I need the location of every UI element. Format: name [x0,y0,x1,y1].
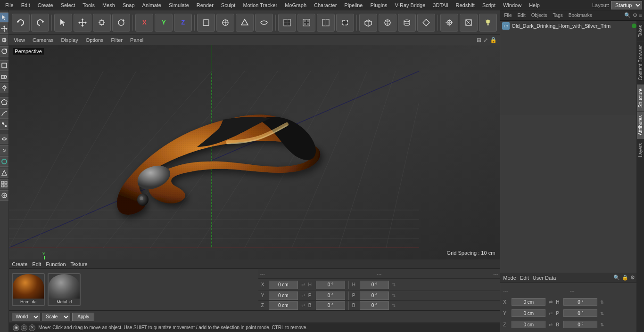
tool-rotate[interactable] [0,46,9,57]
attr-edit[interactable]: Edit [520,275,529,281]
axis-z-btn[interactable]: Z [174,14,192,32]
menu-3dtall[interactable]: 3DTAll [429,1,451,9]
render-region[interactable] [336,14,354,32]
b-rot-field[interactable] [316,301,345,310]
rp-tags[interactable]: Tags [551,12,565,19]
x-pos-field[interactable] [269,281,298,289]
sz-p-field[interactable] [360,292,389,300]
prim-cylinder[interactable] [398,14,416,32]
menu-window[interactable]: Window [500,1,525,9]
viewport-canvas[interactable]: X Y Z [9,45,500,259]
tool-spline[interactable] [0,108,9,119]
menu-create[interactable]: Create [34,1,57,9]
menu-vray[interactable]: V-Ray Bridge [392,1,429,9]
mat-menu-texture[interactable]: Texture [71,261,88,267]
menu-mesh[interactable]: Mesh [99,1,118,9]
render-view-2[interactable] [297,14,315,32]
attr-p-field[interactable] [563,309,597,317]
sz-h-field[interactable] [360,281,389,289]
menu-simulate[interactable]: Simulate [165,1,192,9]
menu-select[interactable]: Select [58,1,79,9]
rp-edit[interactable]: Edit [515,12,527,19]
z-pos-field[interactable] [269,301,298,310]
vp-menu-panel[interactable]: Panel [128,36,145,44]
tool-rotate-btn[interactable] [112,14,130,32]
tool-move[interactable] [0,24,9,34]
vtab-takes[interactable]: Takes [637,21,644,41]
rp-file[interactable]: File [502,12,513,19]
attr-search-icon[interactable]: 🔍 [613,275,620,281]
menu-motion-tracker[interactable]: Motion Tracker [239,1,281,9]
obj-type-4[interactable] [255,14,273,32]
prim-extra[interactable] [417,14,435,32]
menu-sculpt[interactable]: Sculpt [218,1,239,9]
material-swatch-horn[interactable]: Horn_da [12,273,45,306]
menu-character[interactable]: Character [311,1,340,9]
attr-x-field[interactable] [512,298,545,306]
menu-redshift[interactable]: Redshift [453,1,478,9]
menu-pipeline[interactable]: Pipeline [341,1,366,9]
vp-icon-arrows[interactable]: ⤢ [483,37,488,43]
material-swatch-metal[interactable]: Metal_d [48,273,81,306]
tool-extra1[interactable] [0,168,9,178]
vp-menu-cameras[interactable]: Cameras [31,36,56,44]
obj-type-1[interactable] [197,14,215,32]
vp-menu-display[interactable]: Display [59,36,80,44]
tool-deformer[interactable] [0,134,9,144]
tool-polygon[interactable] [0,97,9,107]
vtab-layers[interactable]: Layers [637,139,644,161]
vp-menu-view[interactable]: View [12,36,27,44]
tool-select[interactable] [0,12,9,23]
scale-dropdown[interactable]: Scale [42,313,70,321]
tool-scale[interactable] [0,35,9,45]
menu-mograph[interactable]: MoGraph [281,1,310,9]
obj-type-3[interactable] [236,14,254,32]
light-button[interactable] [479,14,497,32]
attr-settings-icon[interactable]: ⚙ [630,275,635,281]
menu-render[interactable]: Render [193,1,217,9]
redo-button[interactable] [31,14,49,32]
axis-y-btn[interactable]: Y [155,14,173,32]
status-circle-2[interactable]: □ [21,324,27,331]
tool-camera[interactable] [0,72,9,82]
obj-type-2[interactable] [216,14,234,32]
status-circle-3[interactable]: ✕ [29,324,35,331]
tool-extra3[interactable] [0,190,9,201]
menu-file[interactable]: File [2,1,17,9]
mat-menu-edit[interactable]: Edit [32,261,41,267]
menu-tools[interactable]: Tools [79,1,98,9]
world-dropdown[interactable]: World [12,313,40,321]
view-tool-1[interactable] [440,14,458,32]
vtab-structure[interactable]: Structure [637,84,644,112]
menu-edit[interactable]: Edit [18,1,33,9]
tool-select-btn[interactable] [54,14,72,32]
tool-light[interactable] [0,83,9,93]
attr-b-field[interactable] [563,321,597,328]
rp-settings-icon[interactable]: ⚙ [633,12,637,18]
mat-menu-create[interactable]: Create [12,261,27,267]
object-row-horn[interactable]: LO Old_Dark_Drinking_Horn_with_Silver_Tr… [500,21,644,31]
render-view-1[interactable] [278,14,296,32]
vp-icon-expand[interactable]: ⊞ [477,37,481,43]
rp-search-icon[interactable]: 🔍 [624,12,631,18]
tool-paint[interactable] [0,156,9,167]
attr-y-field[interactable] [512,309,545,317]
layout-select[interactable]: Startup [611,1,642,9]
status-circle-1[interactable]: ◉ [13,324,19,331]
menu-help[interactable]: Help [526,1,543,9]
attr-h-field[interactable] [563,298,597,306]
vp-menu-options[interactable]: Options [84,36,106,44]
y-pos-field[interactable] [269,292,298,300]
p-rot-field[interactable] [316,292,345,300]
vp-menu-filter[interactable]: Filter [109,36,124,44]
undo-button[interactable] [12,14,30,32]
visibility-dot-green[interactable] [632,24,636,28]
prim-sphere[interactable] [379,14,396,32]
menu-script[interactable]: Script [479,1,499,9]
apply-button[interactable]: Apply [72,313,94,321]
rp-objects[interactable]: Objects [529,12,549,19]
tool-object[interactable] [0,60,9,71]
menu-snap[interactable]: Snap [119,1,138,9]
tool-nurbs[interactable] [0,120,9,130]
vtab-attributes[interactable]: Attributes [637,111,644,139]
